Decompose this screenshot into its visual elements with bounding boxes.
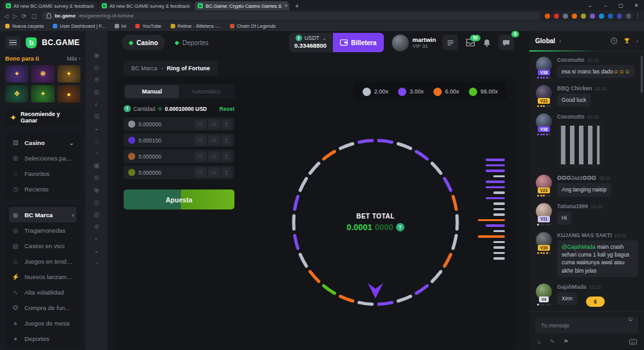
- sidebar-item[interactable]: ☆ Favoritos: [9, 166, 77, 181]
- bcgame-logo-text[interactable]: BC.GAME: [42, 38, 80, 47]
- refer-and-earn-button[interactable]: ✦ Recomiende y Ganar: [5, 108, 80, 126]
- chat-image[interactable]: [557, 122, 603, 168]
- hot-topics-icon[interactable]: ♨: [536, 338, 542, 345]
- bet-amount-input[interactable]: 0.000100: [138, 137, 161, 144]
- half-button[interactable]: /2: [194, 135, 207, 145]
- provider-icon[interactable]: ◉: [94, 52, 100, 59]
- provider-icon[interactable]: ◎: [94, 64, 100, 71]
- extension-icon[interactable]: [608, 14, 613, 19]
- bonus-more-link[interactable]: Más ›: [67, 55, 80, 62]
- chat-username[interactable]: KUJANG MAS SAKTI10:12: [557, 232, 638, 238]
- double-button[interactable]: x2: [208, 168, 220, 177]
- bet-mode-tab[interactable]: Manual: [125, 85, 179, 98]
- extension-icon[interactable]: [590, 14, 595, 19]
- sidebar-item[interactable]: ● Deportes: [9, 331, 77, 346]
- chat-username[interactable]: Coconutto10:11: [557, 113, 638, 120]
- wallet-button[interactable]: Billetera: [333, 33, 383, 52]
- close-button[interactable]: ✕: [629, 3, 644, 8]
- inbox-button[interactable]: 52: [466, 39, 475, 46]
- double-button[interactable]: x2: [208, 119, 220, 129]
- provider-icon[interactable]: ◐: [95, 101, 99, 108]
- provider-icon[interactable]: ⊞: [94, 113, 99, 120]
- provider-icon[interactable]: ◔: [95, 260, 99, 267]
- sidebar-collapse-button[interactable]: [5, 36, 21, 49]
- chat-username[interactable]: Tatiana199910:12: [557, 203, 638, 209]
- reset-button[interactable]: Reset: [220, 106, 234, 112]
- info-icon[interactable]: ◎: [158, 106, 162, 112]
- keyboard-icon[interactable]: [629, 339, 637, 345]
- avatar[interactable]: [392, 34, 409, 52]
- double-button[interactable]: x2: [208, 135, 220, 145]
- browser-menu-chevron[interactable]: ⌄: [582, 3, 598, 8]
- provider-icon[interactable]: ◎: [94, 199, 100, 206]
- chevron-right-icon[interactable]: ›: [559, 38, 561, 44]
- bet-amount-input[interactable]: 0.000000: [138, 170, 161, 176]
- sidebar-item[interactable]: ◉ BC Marca ›: [9, 207, 77, 222]
- provider-icon[interactable]: ◉: [94, 187, 100, 193]
- chat-toggle-button[interactable]: 6: [498, 35, 514, 50]
- new-tab-button[interactable]: +: [290, 1, 303, 10]
- trophy-icon[interactable]: [623, 37, 630, 44]
- bonus-tile[interactable]: ●: [57, 85, 80, 102]
- top-nav-item[interactable]: ◆ Casino: [122, 35, 165, 50]
- chat-rules-icon[interactable]: ✎: [550, 338, 555, 345]
- breadcrumb-parent[interactable]: BC Marca: [131, 65, 157, 72]
- bonus-tile[interactable]: ❋: [31, 65, 54, 83]
- bonus-tile[interactable]: ✦: [57, 65, 80, 83]
- provider-icon[interactable]: ◍: [94, 89, 100, 95]
- top-nav-item[interactable]: ◆ Deportes: [167, 35, 216, 50]
- browser-kebab-menu-icon[interactable]: ⋮: [635, 13, 640, 19]
- bookmark-item[interactable]: lol: [115, 23, 127, 29]
- browser-tab[interactable]: b BC.Game: Crypto Casino Games & ✕: [194, 1, 289, 10]
- amount-stepper[interactable]: ▴▾: [222, 135, 231, 145]
- amount-stepper[interactable]: ▴▾: [222, 151, 231, 161]
- bet-amount-input[interactable]: 0.000000: [138, 121, 161, 128]
- provider-icon[interactable]: ◌: [95, 40, 99, 46]
- bookmark-item[interactable]: YouTube: [135, 23, 161, 29]
- chat-input[interactable]: [535, 317, 638, 333]
- chat-room-tab[interactable]: Global: [535, 37, 555, 44]
- bet-button[interactable]: Apuesta: [124, 190, 234, 209]
- sidebar-item[interactable]: ⊞ Selecciones para usted: [9, 150, 77, 166]
- provider-icon[interactable]: ◒: [95, 126, 99, 132]
- chat-username[interactable]: GajahMada10:12: [557, 284, 638, 290]
- extension-icon[interactable]: [563, 14, 568, 19]
- tab-close-icon[interactable]: ✕: [281, 3, 288, 8]
- maximize-button[interactable]: ▢: [613, 3, 629, 8]
- back-icon[interactable]: ◁: [4, 13, 8, 19]
- chat-history-icon[interactable]: [611, 37, 618, 44]
- sidebar-item[interactable]: ▤ Casino en vivo: [9, 238, 77, 253]
- extension-icon[interactable]: [599, 14, 604, 19]
- chat-username[interactable]: ✪✪✪Jazz✪✪✪10:11: [557, 175, 638, 181]
- extension-icon[interactable]: [581, 14, 586, 19]
- sidebar-item[interactable]: ♨ Juegos en tendencia: [9, 253, 77, 269]
- sidebar-item-casino[interactable]: ⚄ Casino ⌄: [9, 135, 77, 150]
- sidebar-item[interactable]: ⚡ Nuevos lanzamientos: [9, 269, 77, 284]
- reload-icon[interactable]: ⟳: [22, 13, 27, 19]
- extension-icon[interactable]: [572, 14, 577, 19]
- balance-selector[interactable]: T USDT ⌄ 0.33468800: [289, 33, 333, 52]
- provider-icon[interactable]: ◔: [95, 150, 99, 157]
- bonus-tile[interactable]: ❖: [5, 85, 28, 102]
- forward-icon[interactable]: ▷: [13, 13, 17, 19]
- provider-icon[interactable]: ♨: [94, 138, 100, 144]
- extension-icon[interactable]: [554, 14, 559, 19]
- sidebar-item[interactable]: ∿ Alta volatilidad: [9, 284, 77, 300]
- bookmark-item[interactable]: Nueva carpeta: [5, 23, 44, 29]
- bookmark-item[interactable]: Retirar - Billetera -...: [171, 23, 221, 29]
- double-button[interactable]: x2: [208, 151, 220, 161]
- new-messages-pill[interactable]: 6: [586, 297, 605, 307]
- minimize-button[interactable]: –: [598, 3, 613, 8]
- bcgame-logo-icon[interactable]: b: [26, 37, 37, 48]
- provider-icon[interactable]: ⚙: [94, 175, 100, 181]
- bonus-tile[interactable]: ✦: [31, 85, 54, 102]
- bet-amount-input[interactable]: 0.000000: [138, 153, 161, 160]
- bookmark-item[interactable]: Chain Of Legends: [230, 23, 276, 29]
- user-menu-button[interactable]: [442, 35, 458, 50]
- half-button[interactable]: /2: [194, 119, 207, 129]
- provider-icon[interactable]: ◍: [94, 211, 100, 218]
- bet-mode-tab[interactable]: Automático: [179, 85, 233, 98]
- emoji-picker-icon[interactable]: ☺: [627, 315, 634, 322]
- notifications-button[interactable]: [483, 39, 491, 47]
- half-button[interactable]: /2: [194, 168, 207, 177]
